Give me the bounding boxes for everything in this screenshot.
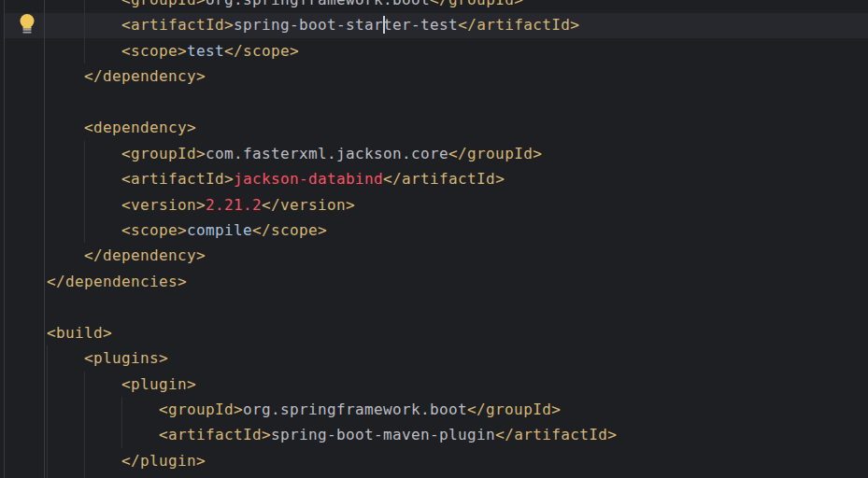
code-line[interactable]: <groupId>org.springframework.boot</group… (0, 397, 868, 422)
code-token-tag: <groupId> (121, 145, 206, 162)
code-line[interactable]: <artifactId>spring-boot-maven-plugin</ar… (0, 422, 868, 447)
code-line-text: </dependency> (0, 243, 206, 268)
code-token-tag: </dependency> (84, 246, 206, 264)
code-token-tag: </groupId> (448, 145, 542, 162)
code-token-tag: <scope> (121, 42, 187, 60)
code-line[interactable]: <groupId>com.fasterxml.jackson.core</gro… (0, 141, 868, 166)
code-token-tag: </scope> (252, 221, 327, 239)
code-token-tag: <dependency> (84, 119, 196, 136)
code-line[interactable]: <artifactId>jackson-databind</artifactId… (0, 166, 868, 191)
code-token-tag: <groupId> (121, 0, 206, 8)
code-line-text: <groupId>org.springframework.boot</group… (0, 0, 523, 12)
code-line-text: <scope>compile</scope> (0, 218, 327, 243)
code-token-text: spring-boot-starter-test (234, 16, 458, 34)
code-token-tag: </dependencies> (47, 273, 187, 290)
code-token-tag: <build> (47, 324, 112, 342)
code-line-text: <plugins> (0, 345, 168, 371)
code-line[interactable]: </dependency> (0, 243, 868, 268)
code-token-error: 2.21.2 (206, 196, 262, 214)
code-line-text: </dependencies> (0, 269, 187, 294)
code-token-tag: <groupId> (159, 401, 243, 418)
code-line-text: <artifactId>jackson-databind</artifactId… (0, 166, 505, 191)
code-token-tag: <plugin> (121, 375, 196, 393)
code-token-error: jackson-databind (234, 170, 383, 188)
code-token-tag: <version> (121, 196, 206, 214)
code-line[interactable]: <plugins> (0, 345, 868, 371)
code-token-tag: </version> (262, 196, 355, 214)
code-token-tag: </dependency> (84, 67, 206, 85)
code-token-tag: </artifactId> (495, 426, 617, 443)
code-token-tag: <artifactId> (121, 16, 234, 34)
code-token-tag: <artifactId> (159, 426, 271, 443)
intention-lightbulb-icon[interactable] (20, 14, 35, 35)
code-line[interactable] (0, 90, 868, 115)
code-line-text: <groupId>org.springframework.boot</group… (0, 397, 561, 422)
code-line[interactable]: <scope>compile</scope> (0, 218, 868, 243)
code-line-text: <artifactId>spring-boot-maven-plugin</ar… (0, 422, 617, 447)
code-line[interactable]: <groupId>org.springframework.boot</group… (0, 0, 868, 12)
code-token-tag: </groupId> (430, 0, 523, 8)
code-token-tag: </groupId> (467, 401, 561, 418)
code-token-tag: <scope> (121, 221, 187, 239)
code-line[interactable]: </dependencies> (0, 269, 868, 294)
code-token-tag: </plugin> (121, 452, 206, 470)
code-line[interactable]: </plugin> (0, 448, 868, 473)
code-token-tag: <plugins> (84, 349, 168, 367)
code-line[interactable]: <plugin> (0, 372, 868, 397)
code-line-text: <version>2.21.2</version> (0, 192, 355, 218)
code-line[interactable]: <version>2.21.2</version> (0, 192, 868, 218)
code-line[interactable] (0, 294, 868, 319)
code-token-text: com.fasterxml.jackson.core (206, 145, 448, 162)
code-line-text: <groupId>com.fasterxml.jackson.core</gro… (0, 141, 542, 166)
code-line-text: <artifactId>spring-boot-starter-test</ar… (0, 12, 579, 37)
code-line-text: <scope>test</scope> (0, 38, 299, 63)
code-line[interactable]: <build> (0, 320, 868, 345)
code-token-value: compile (187, 221, 252, 239)
code-line[interactable]: <dependency> (0, 115, 868, 140)
text-caret (383, 16, 385, 34)
code-editor-surface[interactable]: <groupId>org.springframework.boot</group… (0, 0, 868, 473)
code-line-text: <build> (0, 320, 112, 345)
gutter-inner-border (4, 0, 5, 478)
code-line[interactable]: <scope>test</scope> (0, 38, 868, 63)
code-line-text: <dependency> (0, 115, 196, 140)
code-line[interactable]: <artifactId>spring-boot-starter-test</ar… (0, 12, 868, 37)
code-token-text: spring-boot-maven-plugin (271, 426, 495, 443)
code-token-text: org.springframework.boot (243, 401, 467, 418)
code-line[interactable]: </dependency> (0, 63, 868, 89)
code-token-tag: </artifactId> (458, 16, 579, 34)
gutter-separator (44, 0, 45, 478)
code-token-tag: </scope> (224, 42, 299, 60)
code-token-value: test (187, 42, 224, 60)
code-line-text: </dependency> (0, 63, 206, 89)
code-token-text: org.springframework.boot (206, 0, 430, 8)
code-line-text: </plugin> (0, 448, 206, 473)
code-token-tag: </artifactId> (383, 170, 505, 188)
code-line-text: <plugin> (0, 372, 196, 397)
lightbulb-svg (20, 14, 35, 35)
code-token-tag: <artifactId> (121, 170, 234, 188)
ide-editor-window: <groupId>org.springframework.boot</group… (0, 0, 868, 478)
